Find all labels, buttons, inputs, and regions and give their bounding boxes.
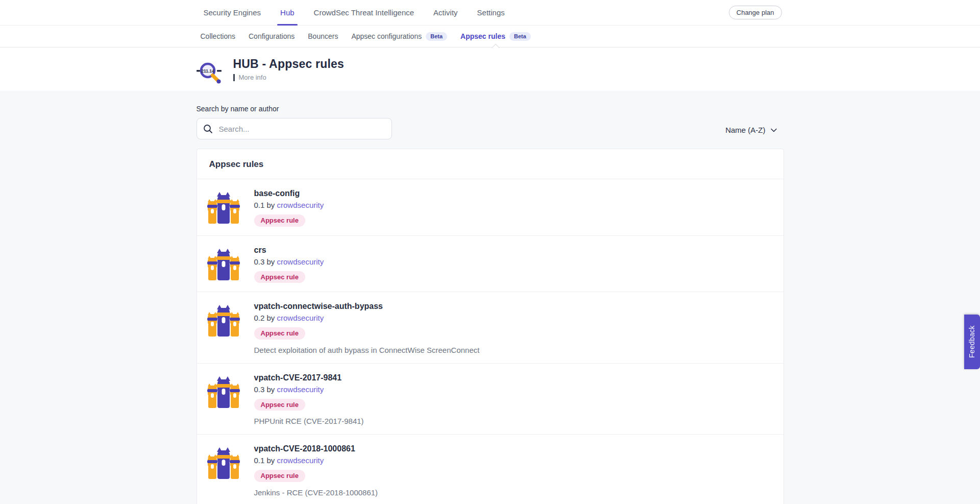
tab-bouncers[interactable]: Bouncers: [308, 26, 338, 47]
tab-label: Collections: [201, 32, 235, 40]
rule-type-badge: Appsec rule: [254, 327, 305, 340]
beta-badge: Beta: [426, 32, 447, 41]
rule-description: PHPUnit RCE (CVE-2017-9841): [254, 417, 771, 425]
rule-author-link[interactable]: crowdsecurity: [277, 314, 324, 322]
tab-label: Appsec configurations: [351, 32, 422, 40]
more-info-link[interactable]: More info: [239, 74, 266, 81]
tab-collections[interactable]: Collections: [201, 26, 235, 47]
rule-type-badge: Appsec rule: [254, 271, 305, 283]
beta-badge: Beta: [509, 32, 531, 41]
crowdsec-llama-icon: [207, 304, 240, 337]
feedback-button[interactable]: Feedback: [964, 315, 980, 369]
appsec-rules-card: Appsec rules base-config 0.1 by crowdsec…: [197, 149, 784, 504]
list-item[interactable]: base-config 0.1 by crowdsecurity Appsec …: [197, 179, 783, 236]
nav-security-engines[interactable]: Security Engines: [204, 0, 261, 25]
rule-meta: 0.3 by crowdsecurity: [254, 257, 771, 266]
tab-label: Appsec rules: [460, 32, 505, 40]
sort-label: Name (A-Z): [725, 126, 765, 134]
rule-version: 0.2 by: [254, 314, 277, 322]
rule-author-link[interactable]: crowdsecurity: [277, 385, 324, 394]
crowdsec-llama-icon: [207, 248, 240, 280]
list-item[interactable]: vpatch-CVE-2017-9841 0.3 by crowdsecurit…: [197, 364, 783, 435]
top-navigation: Security Engines Hub CrowdSec Threat Int…: [0, 0, 980, 26]
list-item[interactable]: vpatch-CVE-2018-1000861 0.1 by crowdsecu…: [197, 435, 783, 504]
rule-name[interactable]: vpatch-CVE-2017-9841: [254, 373, 771, 382]
nav-settings[interactable]: Settings: [477, 0, 505, 25]
nav-crowdsec-threat-intelligence[interactable]: CrowdSec Threat Intelligence: [314, 0, 414, 25]
rule-meta: 0.3 by crowdsecurity: [254, 385, 771, 394]
change-plan-button[interactable]: Change plan: [729, 6, 782, 19]
crowdsec-llama-icon: [207, 191, 240, 224]
rule-version: 0.3 by: [254, 385, 277, 394]
hub-sub-navigation: Collections Configurations Bouncers Apps…: [0, 26, 980, 47]
rule-name[interactable]: base-config: [254, 189, 771, 198]
search-input[interactable]: [219, 125, 385, 133]
more-info-divider: [233, 74, 235, 81]
magnifier-over-ip-icon: 211.14: [197, 58, 224, 84]
rule-version: 0.1 by: [254, 456, 277, 465]
nav-activity[interactable]: Activity: [433, 0, 458, 25]
search-label: Search by name or author: [197, 105, 392, 113]
rule-meta: 0.2 by crowdsecurity: [254, 314, 771, 322]
rule-type-badge: Appsec rule: [254, 214, 305, 227]
rule-description: Detect exploitation of auth bypass in Co…: [254, 346, 771, 354]
list-item[interactable]: crs 0.3 by crowdsecurity Appsec rule: [197, 236, 783, 293]
search-icon: [203, 124, 213, 134]
page-title: HUB - Appsec rules: [233, 57, 344, 71]
sort-dropdown[interactable]: Name (A-Z): [725, 126, 783, 134]
rule-description: Jenkins - RCE (CVE-2018-1000861): [254, 488, 771, 497]
nav-hub[interactable]: Hub: [280, 0, 295, 25]
rule-author-link[interactable]: crowdsecurity: [277, 201, 324, 209]
card-title: Appsec rules: [197, 149, 783, 179]
rule-version: 0.3 by: [254, 257, 277, 266]
rule-author-link[interactable]: crowdsecurity: [277, 456, 324, 465]
crowdsec-llama-icon: [207, 375, 240, 408]
crowdsec-llama-icon: [207, 446, 240, 479]
rule-name[interactable]: vpatch-connectwise-auth-bypass: [254, 302, 771, 311]
search-box[interactable]: [197, 118, 392, 139]
tab-label: Bouncers: [308, 32, 338, 40]
rule-author-link[interactable]: crowdsecurity: [277, 257, 324, 266]
rule-name[interactable]: vpatch-CVE-2018-1000861: [254, 444, 771, 453]
rule-type-badge: Appsec rule: [254, 399, 305, 411]
tab-appsec-rules[interactable]: Appsec rules Beta: [460, 26, 531, 47]
svg-text:211.14: 211.14: [201, 68, 214, 73]
rule-type-badge: Appsec rule: [254, 470, 305, 482]
page-header: 211.14 HUB - Appsec rules More info: [0, 47, 980, 91]
chevron-down-icon: [771, 128, 777, 132]
tab-label: Configurations: [249, 32, 295, 40]
rule-version: 0.1 by: [254, 201, 277, 209]
main-content: Search by name or author Name (A-Z) Apps…: [197, 105, 784, 504]
rule-meta: 0.1 by crowdsecurity: [254, 456, 771, 465]
tab-configurations[interactable]: Configurations: [249, 26, 295, 47]
tab-appsec-configurations[interactable]: Appsec configurations Beta: [351, 26, 447, 47]
list-item[interactable]: vpatch-connectwise-auth-bypass 0.2 by cr…: [197, 292, 783, 364]
rule-meta: 0.1 by crowdsecurity: [254, 201, 771, 209]
rule-name[interactable]: crs: [254, 246, 771, 255]
